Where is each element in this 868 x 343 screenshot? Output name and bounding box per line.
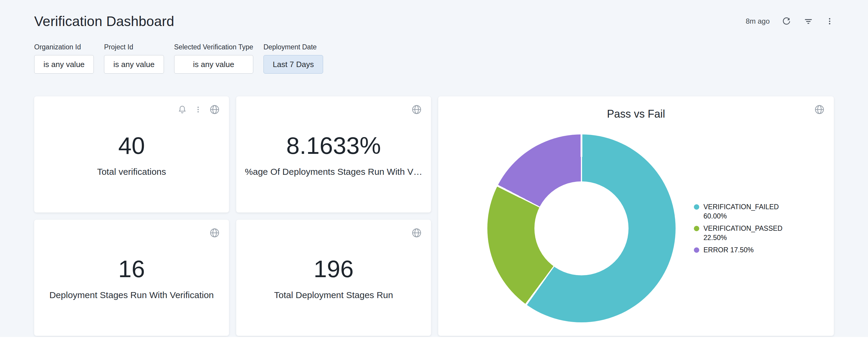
drill-globe-button[interactable] <box>209 104 220 115</box>
globe-icon <box>209 228 220 238</box>
card-total-deployment-stages-run: 196 Total Deployment Stages Run <box>236 220 431 336</box>
drill-globe-button[interactable] <box>814 104 825 115</box>
filter-selected-verification-type-value[interactable]: is any value <box>174 55 253 74</box>
legend-item-verification-passed: VERIFICATION_PASSED 22.50% <box>694 224 794 242</box>
tile-actions <box>411 228 422 238</box>
globe-icon <box>209 104 220 115</box>
last-refresh-label: 8m ago <box>746 17 770 26</box>
chart-legend: VERIFICATION_FAILED 60.00% VERIFICATION_… <box>694 202 794 255</box>
filter-selected-verification-type: Selected Verification Type is any value <box>174 43 253 74</box>
stat-value: 8.1633% <box>286 132 381 160</box>
legend-label: VERIFICATION_PASSED 22.50% <box>704 224 794 242</box>
donut-hole <box>534 181 628 275</box>
refresh-button[interactable] <box>782 16 791 26</box>
filter-icon <box>803 16 813 26</box>
donut-chart[interactable] <box>487 134 676 322</box>
kebab-menu-icon <box>194 106 202 113</box>
card-stages-run-with-verification: 16 Deployment Stages Run With Verificati… <box>34 220 229 336</box>
more-menu-button[interactable] <box>826 17 834 26</box>
page-bottom-edge <box>0 337 868 343</box>
header-actions: 8m ago <box>746 16 834 26</box>
filter-label: Organization Id <box>34 43 94 51</box>
tile-actions <box>209 228 220 238</box>
stat-label: Total Deployment Stages Run <box>274 290 393 300</box>
refresh-icon <box>782 16 791 26</box>
drill-globe-button[interactable] <box>411 104 422 115</box>
header: Verification Dashboard 8m ago <box>34 13 834 29</box>
legend-dot <box>694 226 699 231</box>
tile-actions <box>814 104 825 115</box>
tile-menu-button[interactable] <box>194 106 202 113</box>
globe-icon <box>411 104 422 115</box>
filter-label: Deployment Date <box>264 43 323 51</box>
stat-label: %age Of Deployments Stages Run With V… <box>245 167 422 177</box>
filter-toggle-button[interactable] <box>803 16 813 26</box>
stat-label: Total verifications <box>97 167 166 177</box>
bell-icon <box>178 105 187 114</box>
card-pct-stages-with-verification: 8.1633% %age Of Deployments Stages Run W… <box>236 96 431 212</box>
legend-dot <box>694 247 699 253</box>
filter-label: Selected Verification Type <box>174 43 253 51</box>
legend-item-error: ERROR 17.50% <box>694 245 794 255</box>
legend-dot <box>694 204 699 210</box>
stat-value: 196 <box>313 255 353 283</box>
filter-project-id-value[interactable]: is any value <box>104 55 164 74</box>
filter-label: Project Id <box>104 43 164 51</box>
alert-bell-button[interactable] <box>178 105 187 114</box>
filter-deployment-date-value[interactable]: Last 7 Days <box>264 55 323 74</box>
filter-deployment-date: Deployment Date Last 7 Days <box>264 43 323 74</box>
stat-value: 16 <box>118 255 145 283</box>
page-title: Verification Dashboard <box>34 13 174 29</box>
legend-label: ERROR 17.50% <box>704 245 753 255</box>
card-total-verifications: 40 Total verifications <box>34 96 229 212</box>
legend-item-verification-failed: VERIFICATION_FAILED 60.00% <box>694 202 794 221</box>
legend-label: VERIFICATION_FAILED 60.00% <box>704 202 794 221</box>
filter-organization-id-value[interactable]: is any value <box>34 55 94 74</box>
dashboard-tiles: 40 Total verifications 8.1633% %age Of D… <box>34 96 834 336</box>
filter-organization-id: Organization Id is any value <box>34 43 94 74</box>
card-pass-vs-fail: Pass vs Fail VERIFICATION_FAILED 60.00% <box>438 96 834 336</box>
stat-grid: 40 Total verifications 8.1633% %age Of D… <box>34 96 431 336</box>
tile-actions <box>178 104 220 115</box>
dashboard-page: Verification Dashboard 8m ago <box>0 0 868 343</box>
drill-globe-button[interactable] <box>411 228 422 238</box>
globe-icon <box>814 104 825 115</box>
tile-actions <box>411 104 422 115</box>
stat-label: Deployment Stages Run With Verification <box>50 290 214 300</box>
globe-icon <box>411 228 422 238</box>
drill-globe-button[interactable] <box>209 228 220 238</box>
filter-project-id: Project Id is any value <box>104 43 164 74</box>
filter-bar: Organization Id is any value Project Id … <box>34 43 834 74</box>
stat-value: 40 <box>118 132 145 160</box>
kebab-menu-icon <box>826 17 834 26</box>
chart-title: Pass vs Fail <box>438 108 834 120</box>
